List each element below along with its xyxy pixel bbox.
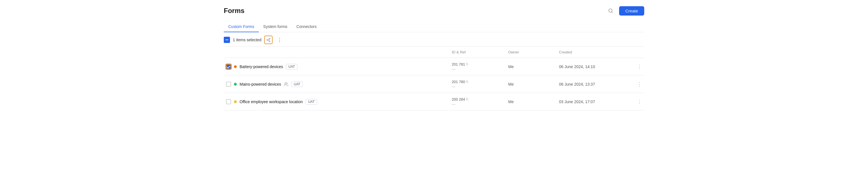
- svg-line-1: [612, 11, 612, 12]
- row-2-ref: —: [452, 84, 504, 89]
- tab-system-forms[interactable]: System forms: [259, 22, 292, 32]
- row-2-tag: UAT: [291, 81, 303, 87]
- row-1-owner: Me: [506, 61, 557, 72]
- row-1-actions: ⋮: [636, 59, 644, 74]
- svg-point-7: [285, 83, 286, 84]
- row-3-status-dot: [234, 100, 237, 103]
- row-1-status-dot: [234, 65, 237, 68]
- selected-count-label: 1 items selected: [233, 37, 261, 42]
- row-2-checkbox[interactable]: [226, 82, 231, 87]
- row-3-more-button[interactable]: ⋮: [636, 98, 643, 106]
- row-1-id-cell: 201 781 ⎘ —: [450, 59, 506, 75]
- row-2-id-number: 201 780: [452, 80, 465, 84]
- page-header: Forms Create: [224, 6, 644, 16]
- row-2-shared-icon: [284, 82, 288, 86]
- row-main-1: Battery-powered devices UAT: [224, 60, 450, 73]
- toolbar-more-button[interactable]: ⋮: [275, 36, 284, 44]
- row-2-created: 06 June 2024, 13:37: [557, 79, 636, 90]
- row-3-created: 03 June 2024, 17:07: [557, 96, 636, 107]
- row-2-copy-icon[interactable]: ⎘: [466, 80, 468, 84]
- row-1-tag: UAT: [286, 64, 298, 69]
- row-2-actions: ⋮: [636, 77, 644, 92]
- col-header-actions: [636, 49, 644, 55]
- row-3-id-number: 200 284: [452, 97, 465, 102]
- table-row: Mains-powered devices UAT 201 780 ⎘ — Me…: [224, 76, 644, 93]
- svg-line-5: [268, 40, 269, 41]
- row-3-owner: Me: [506, 96, 557, 107]
- forms-table: ID & Ref Owner Created Battery-powered d…: [224, 47, 644, 111]
- col-header-owner: Owner: [506, 49, 557, 55]
- row-main-3: Office employee workspace location UAT: [224, 95, 450, 108]
- more-icon: ⋮: [277, 37, 282, 43]
- search-button[interactable]: [606, 6, 616, 16]
- tab-connectors[interactable]: Connectors: [292, 22, 321, 32]
- svg-line-6: [268, 39, 269, 39]
- row-3-tag: UAT: [306, 99, 317, 105]
- selected-count: 1: [233, 37, 235, 42]
- share-button[interactable]: [264, 36, 273, 44]
- row-2-more-button[interactable]: ⋮: [636, 80, 643, 88]
- row-main-2: Mains-powered devices UAT: [224, 78, 450, 90]
- select-all-button[interactable]: [224, 37, 230, 43]
- row-1-checkbox[interactable]: [226, 64, 231, 69]
- row-3-ref: —: [452, 102, 504, 106]
- tabs-bar: Custom Forms System forms Connectors: [224, 22, 644, 32]
- items-selected-text: items selected: [236, 37, 261, 42]
- row-3-name: Office employee workspace location: [240, 100, 303, 104]
- row-2-owner: Me: [506, 79, 557, 90]
- table-header: ID & Ref Owner Created: [224, 47, 644, 58]
- col-header-created: Created: [557, 49, 636, 55]
- row-3-actions: ⋮: [636, 94, 644, 109]
- row-1-copy-icon[interactable]: ⎘: [466, 62, 468, 66]
- row-1-ref: —: [452, 67, 504, 71]
- row-1-more-button[interactable]: ⋮: [636, 62, 643, 71]
- selection-toolbar: 1 items selected ⋮: [224, 32, 644, 47]
- header-actions: Create: [606, 6, 644, 16]
- deselect-icon: [225, 39, 228, 40]
- row-2-name: Mains-powered devices: [240, 82, 281, 86]
- share-icon: [267, 38, 271, 42]
- row-2-status-dot: [234, 83, 237, 86]
- col-header-name: [224, 49, 450, 55]
- table-row: Office employee workspace location UAT 2…: [224, 93, 644, 111]
- row-2-id-cell: 201 780 ⎘ —: [450, 76, 506, 92]
- table-row: Battery-powered devices UAT 201 781 ⎘ — …: [224, 58, 644, 76]
- row-1-name: Battery-powered devices: [240, 64, 283, 69]
- page-title: Forms: [224, 7, 244, 15]
- tab-custom-forms[interactable]: Custom Forms: [224, 22, 259, 32]
- row-3-id-cell: 200 284 ⎘ —: [450, 94, 506, 110]
- search-icon: [608, 8, 613, 13]
- row-1-created: 06 June 2024, 14:10: [557, 61, 636, 72]
- col-header-id: ID & Ref: [450, 49, 506, 55]
- row-3-checkbox[interactable]: [226, 99, 231, 104]
- row-1-id-number: 201 781: [452, 62, 465, 66]
- create-button[interactable]: Create: [619, 6, 644, 16]
- row-3-copy-icon[interactable]: ⎘: [466, 97, 468, 101]
